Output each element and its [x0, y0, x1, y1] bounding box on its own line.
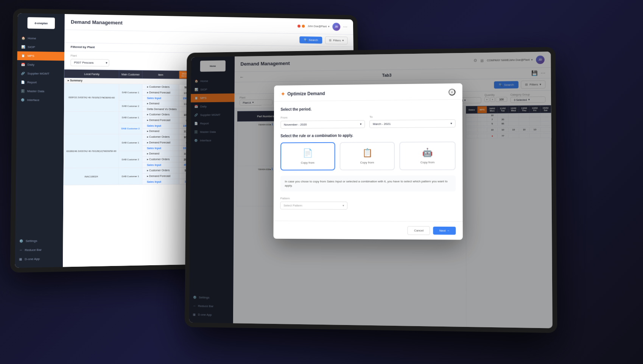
sidebar-item-supplier[interactable]: 🔗 Supplier MGMT [17, 69, 64, 78]
th-item: Item [142, 70, 179, 79]
rule-card-1-label: Copy from [301, 161, 314, 165]
back-header-right: John Doe@Plant ▾ JD ⋯ [297, 22, 347, 31]
sidebar-item-settings[interactable]: ⚙️ Settings [15, 236, 63, 246]
period-title: Select the period. [281, 106, 456, 112]
report-icon: 📄 [21, 81, 25, 84]
three-dots-icon[interactable]: ⋯ [343, 24, 347, 30]
modal-header: ✦ Optimize Demand × [274, 83, 462, 101]
back-header-icons [297, 25, 305, 28]
optimize-demand-modal: ✦ Optimize Demand × Select the period. F… [273, 83, 462, 240]
to-label: To [369, 115, 455, 119]
modal-footer: Cancel Next → [273, 221, 462, 240]
rule-card-3-label: Copy from [420, 161, 434, 164]
sidebar-item-report[interactable]: 📄 Report [17, 78, 64, 87]
family-cell: 630FO2 2V0STA2 40-70/105(7)*M230/50-60 [64, 83, 119, 112]
th-main-customer: Main Customer [119, 70, 142, 79]
chevron-filters-icon: ▾ [342, 39, 344, 42]
pattern-chevron-icon: ▾ [343, 204, 344, 207]
star-icon: ✦ [281, 91, 285, 97]
modal-info-text: In case you chose to copy from Sales Inp… [280, 176, 456, 192]
daily-icon: 📅 [21, 63, 25, 66]
mps-icon: 📋 [21, 54, 25, 58]
orange-dot-icon [302, 25, 305, 28]
interface-icon: ⚙️ [21, 98, 25, 102]
customer-cell: DAB Customer 1 [119, 84, 142, 101]
home-icon: 🏠 [21, 36, 25, 40]
sidebar-spacer [39, 104, 40, 236]
th-local-family: Local Family [64, 70, 119, 78]
rule-cards: 📄 Copy from 📋 Copy from 🤖 Copy from [280, 142, 456, 171]
rule-card-3-icon: 🤖 [422, 148, 433, 157]
back-user-badge: John Doe@Plant ▾ [308, 25, 330, 28]
supplier-icon: 🔗 [21, 72, 25, 75]
from-select[interactable]: November - 2020 ▾ [280, 120, 365, 129]
back-app-title: Demand Management [71, 19, 123, 25]
chevron-down-icon: ▾ [328, 25, 330, 28]
sidebar-item-siop[interactable]: 📊 SIOP [17, 42, 65, 52]
scene: d-oneplan 🏠 Home 📊 SIOP 📋 MPS 📅 [0, 0, 643, 364]
pattern-select-group: Select Pattern ▾ [280, 202, 456, 210]
rule-card-2-label: Copy from [360, 161, 374, 164]
sidebar-bottom: ⚙️ Settings ↔️ Reduce Bar ▦ D-one App [15, 236, 63, 264]
back-search-button[interactable]: 🔍 Search [299, 36, 322, 44]
sidebar-item-home[interactable]: 🏠 Home [17, 34, 65, 43]
sidebar-item-interface[interactable]: ⚙️ Interface [17, 95, 64, 104]
from-label: From [280, 115, 365, 120]
rule-card-2[interactable]: 📋 Copy from [339, 142, 395, 170]
item-cell: ▸ Customer Orders [142, 84, 179, 90]
next-button[interactable]: Next → [433, 227, 456, 235]
modal-body: Select the period. From November - 2020 … [274, 100, 463, 221]
sidebar-item-mps[interactable]: 📋 MPS [17, 51, 64, 61]
siop-icon: 📊 [21, 45, 25, 49]
back-logo: d-oneplan [27, 17, 55, 29]
modal-overlay: ✦ Optimize Demand × Select the period. F… [189, 51, 553, 328]
to-chevron-icon: ▾ [450, 122, 452, 125]
reducebar-icon: ↔️ [19, 248, 22, 252]
tablet-front-screen: Home 🏠 Home 📊 SIOP 📋 MPS 📅 [189, 51, 553, 328]
to-select[interactable]: March - 2021 ▾ [369, 120, 456, 128]
rule-card-2-icon: 📋 [362, 148, 372, 158]
pattern-select[interactable]: Select Pattern ▾ [280, 202, 347, 210]
sidebar-item-doneapp[interactable]: ▦ D-one App [15, 254, 63, 264]
tablet-front: Home 🏠 Home 📊 SIOP 📋 MPS 📅 [185, 47, 557, 333]
rule-card-1[interactable]: 📄 Copy from [280, 142, 335, 171]
settings-icon: ⚙️ [19, 239, 23, 243]
rule-card-3[interactable]: 🤖 Copy from [400, 142, 456, 170]
cancel-button[interactable]: Cancel [408, 226, 430, 235]
sidebar-item-daily[interactable]: 📅 Daily [17, 60, 64, 70]
rule-card-1-icon: 📄 [303, 148, 313, 158]
from-chevron-icon: ▾ [360, 123, 361, 126]
pattern-row: Pattern Select Pattern ▾ [280, 197, 456, 210]
rule-title: Select the rule or a combination to appl… [280, 133, 455, 138]
search-icon: 🔍 [304, 38, 308, 42]
period-to-group: To March - 2021 ▾ [369, 115, 456, 128]
sidebar-item-reducebar[interactable]: ↔️ Reduce Bar [15, 245, 63, 255]
back-plant-select[interactable]: P007 Pescara ▾ [70, 59, 109, 67]
back-sidebar: d-oneplan 🏠 Home 📊 SIOP 📋 MPS 📅 [15, 13, 64, 268]
red-dot-icon [297, 25, 300, 28]
filter-icon: ⊟ [329, 39, 332, 42]
masterdata-icon: 🗄️ [21, 89, 25, 93]
period-row: From November - 2020 ▾ To March - 2021 [280, 115, 455, 129]
modal-title: ✦ Optimize Demand [281, 90, 325, 97]
modal-close-button[interactable]: × [448, 89, 455, 95]
sidebar-item-masterdata[interactable]: 🗄️ Master Data [17, 87, 64, 96]
back-filters-button[interactable]: ⊟ Filters ▾ [325, 36, 348, 44]
pattern-label: Pattern [280, 197, 456, 201]
back-avatar: JD [332, 23, 340, 31]
doneapp-icon: ▦ [19, 257, 22, 261]
chevron-plant-icon: ▾ [106, 61, 107, 65]
period-from-group: From November - 2020 ▾ [280, 115, 365, 129]
